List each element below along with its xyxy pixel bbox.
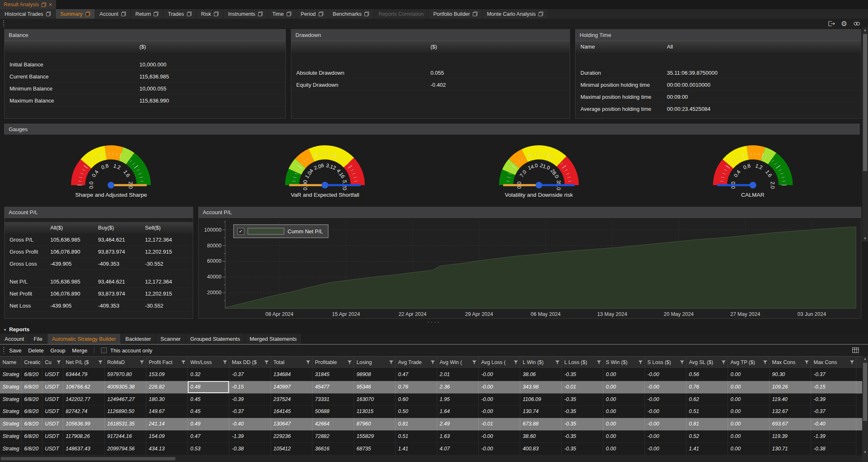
cell[interactable]: 95346 [354,381,396,394]
cell[interactable]: 2099794.56 [105,443,146,455]
cell[interactable]: -0.40 [229,418,271,430]
cell[interactable]: 0.00 [728,369,770,381]
cell[interactable]: -0.00 [645,381,686,394]
cell[interactable]: -0.15 [229,381,271,394]
legend-checkbox[interactable]: ✓ [237,228,244,235]
horizontal-splitter[interactable]: ···· [0,320,868,325]
scrollbar-thumb[interactable] [1,457,175,460]
cell[interactable]: USDT [42,369,63,381]
reports-table-header-avg-loss-13[interactable]: Avg Loss ( [479,357,520,368]
toolbar-drag-handle[interactable] [3,347,5,354]
cell[interactable]: 0.81 [396,418,437,430]
cell[interactable]: 134684 [271,369,312,381]
cell[interactable]: -0.38 [811,443,856,455]
filter-funnel-icon[interactable] [57,360,61,364]
cell[interactable]: 343.98 [520,381,562,394]
cell[interactable]: 0.00 [603,369,645,381]
cell[interactable]: 0.45 [188,394,229,406]
cell[interactable]: 6/8/20 [22,394,42,406]
cell[interactable]: 673.88 [520,418,562,430]
scroll-down-icon[interactable]: ▼ [862,236,868,242]
filter-funnel-icon[interactable] [347,360,352,364]
cell[interactable]: 0.76 [686,381,728,394]
reports-tab-account[interactable]: Account [0,334,29,344]
cell[interactable]: 6/8/20 [22,443,42,455]
cell[interactable]: 38.06 [520,369,562,381]
cell[interactable]: 0.76 [396,381,437,394]
cell[interactable]: 1.63 [437,430,479,443]
reports-section-header[interactable]: ▲ Reports [0,325,868,334]
cell[interactable]: 155829 [354,430,396,443]
reports-table-header-l-loss-15[interactable]: L Loss ($) [562,357,603,368]
reports-table-header-avg-sl-18[interactable]: Avg SL ($) [686,357,728,368]
tab-instruments[interactable]: Instruments [224,9,268,19]
cell[interactable]: -1.39 [811,430,856,443]
cell[interactable]: 87960 [354,418,396,430]
cell[interactable]: 132.67 [770,406,811,418]
cell[interactable]: Strateg [0,443,22,455]
cell[interactable]: 149.67 [146,406,188,418]
cell[interactable]: 0.00 [603,418,645,430]
filter-funnel-icon[interactable] [181,360,186,364]
cell[interactable]: -0.00 [479,369,520,381]
pop-out-icon[interactable] [828,20,835,27]
cell[interactable]: 2.49 [437,418,479,430]
cell[interactable]: -0.00 [645,369,686,381]
filter-funnel-icon[interactable] [680,360,684,364]
cell[interactable]: 4.07 [437,443,479,455]
close-icon[interactable]: ✕ [49,2,52,7]
settings-gear-icon[interactable]: ⚙ [841,20,847,27]
reports-table-header-profitable-9[interactable]: Profitable [312,357,354,368]
cell[interactable]: USDT [42,430,63,443]
cell[interactable]: -0.35 [562,406,603,418]
cell[interactable]: 6/8/20 [22,430,42,443]
merge-button[interactable]: Merge [72,347,87,354]
cell[interactable]: 140997 [271,381,312,394]
cell[interactable]: 0.00 [603,394,645,406]
cell[interactable]: 73331 [312,394,354,406]
cell[interactable]: 0.00 [728,430,770,443]
cell[interactable]: 0.00 [603,430,645,443]
cell[interactable]: USDT [42,406,63,418]
cell[interactable]: USDT [42,394,63,406]
cell[interactable]: 4009305.38 [105,381,146,394]
cell[interactable]: -0.15 [811,381,856,394]
cell[interactable]: 237524 [271,394,312,406]
tab-historical-trades[interactable]: Historical Trades [0,9,56,19]
reports-table-row[interactable]: Strateg6/8/20USDT105636.991618531.35241.… [0,418,862,430]
reports-table-header-avg-win-12[interactable]: Avg Win ( [437,357,479,368]
cell[interactable]: 2.01 [437,369,479,381]
tab-portfolio-builder[interactable]: Portfolio Builder [429,9,482,19]
cell[interactable]: 117908.26 [63,430,105,443]
cell[interactable]: -0.01 [562,381,603,394]
cell[interactable]: 6/8/20 [22,406,42,418]
cell[interactable]: 1.64 [437,406,479,418]
cell[interactable]: -0.00 [645,418,686,430]
cell[interactable]: 31845 [312,369,354,381]
cell[interactable]: 1.95 [437,394,479,406]
cell[interactable]: 1106.09 [520,394,562,406]
this-account-only-checkbox[interactable] [101,347,107,353]
cell[interactable]: 6/8/20 [22,381,42,394]
reports-table-header-avg-tp-19[interactable]: Avg TP ($) [728,357,770,368]
reports-table-header-max-cons-20[interactable]: Max Cons [770,357,811,368]
filter-funnel-icon[interactable] [850,360,854,364]
cell[interactable]: 0.49 [188,418,229,430]
cell[interactable]: -0.00 [645,406,686,418]
cell[interactable]: 0.53 [188,443,229,455]
cell[interactable]: 693.67 [770,418,811,430]
cell[interactable]: 153.09 [146,369,188,381]
cell[interactable]: 0.48 [188,381,229,394]
scrollbar-thumb[interactable] [863,363,867,421]
cell[interactable]: 0.45 [188,406,229,418]
cell[interactable]: -0.37 [811,406,856,418]
scrollbar-thumb[interactable] [863,34,867,171]
cell[interactable]: 68735 [354,443,396,455]
cell[interactable]: -0.00 [645,430,686,443]
reports-tab-scanner[interactable]: Scanner [156,334,185,344]
cell[interactable]: 0.56 [686,369,728,381]
cell[interactable]: 106766.62 [63,381,105,394]
reports-table-header-win-loss-6[interactable]: Win/Loss [188,357,229,368]
cell[interactable]: 148637.43 [63,443,105,455]
splitter-handle-icon[interactable]: ···· [428,318,441,325]
